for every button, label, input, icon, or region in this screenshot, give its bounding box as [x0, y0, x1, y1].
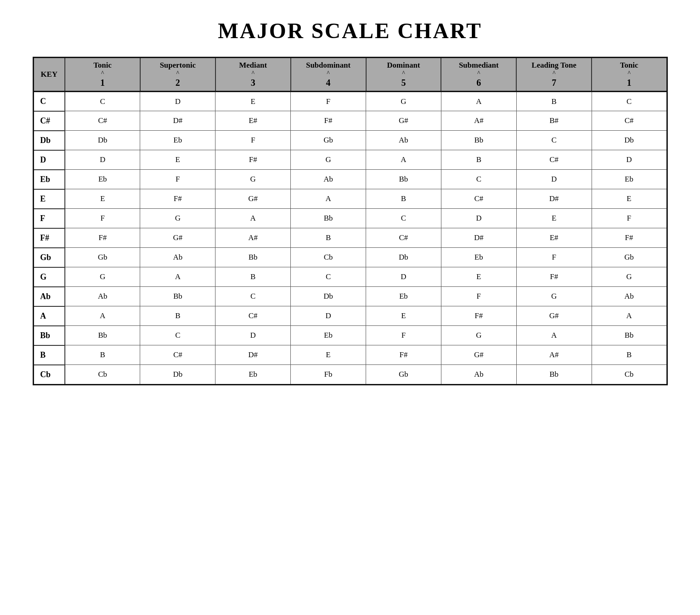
header-number: 3	[218, 78, 289, 88]
note-cell: D#	[140, 111, 215, 131]
note-cell: E	[140, 150, 215, 170]
note-cell: G	[592, 267, 667, 287]
header-caret: ^	[293, 70, 364, 78]
note-cell: Bb	[441, 131, 516, 150]
note-cell: Ab	[441, 365, 516, 385]
note-cell: G#	[140, 228, 215, 248]
note-cell: Db	[65, 131, 140, 150]
column-header-tonic: Tonic ^ 1	[65, 58, 140, 92]
note-cell: Db	[592, 131, 667, 150]
note-cell: F#	[441, 306, 516, 326]
header-caret: ^	[142, 70, 213, 78]
note-cell: Eb	[441, 248, 516, 267]
note-cell: F	[215, 131, 291, 150]
note-cell: A#	[516, 345, 592, 365]
note-cell: F	[441, 287, 516, 306]
table-row: C#C#D#E#F#G#A#B#C#	[33, 111, 667, 131]
note-cell: E	[441, 267, 516, 287]
key-cell-csharp: C#	[33, 111, 65, 131]
note-cell: Gb	[592, 248, 667, 267]
header-label: Subdominant	[293, 61, 364, 70]
note-cell: G	[366, 91, 441, 111]
major-scale-table: KEY Tonic ^ 1 Supertonic ^ 2 Mediant ^ 3…	[33, 57, 668, 385]
note-cell: D	[140, 91, 215, 111]
table-row: AABC#DEF#G#A	[33, 306, 667, 326]
note-cell: B	[215, 267, 291, 287]
note-cell: Bb	[366, 170, 441, 189]
note-cell: C#	[215, 306, 291, 326]
note-cell: A	[441, 91, 516, 111]
note-cell: G	[215, 170, 291, 189]
note-cell: B	[592, 345, 667, 365]
table-row: EEF#G#ABC#D#E	[33, 189, 667, 209]
note-cell: Eb	[215, 365, 291, 385]
header-number: 5	[368, 78, 439, 88]
note-cell: F	[65, 209, 140, 228]
note-cell: F	[140, 170, 215, 189]
header-label: Tonic	[67, 61, 138, 70]
note-cell: Ab	[592, 287, 667, 306]
note-cell: C#	[140, 345, 215, 365]
note-cell: G	[291, 150, 366, 170]
column-header-supertonic: Supertonic ^ 2	[140, 58, 215, 92]
note-cell: E	[516, 209, 592, 228]
note-cell: E	[592, 189, 667, 209]
note-cell: C	[366, 209, 441, 228]
key-cell-f: F	[33, 209, 65, 228]
note-cell: B	[140, 306, 215, 326]
note-cell: B	[366, 189, 441, 209]
note-cell: C	[516, 131, 592, 150]
note-cell: F#	[366, 345, 441, 365]
key-cell-e: E	[33, 189, 65, 209]
header-label: Dominant	[368, 61, 439, 70]
note-cell: E#	[516, 228, 592, 248]
note-cell: F#	[516, 267, 592, 287]
note-cell: C#	[592, 111, 667, 131]
note-cell: A	[291, 189, 366, 209]
column-header-leading_tone: Leading Tone ^ 7	[516, 58, 592, 92]
note-cell: Ab	[140, 248, 215, 267]
header-caret: ^	[519, 70, 589, 78]
note-cell: D	[291, 306, 366, 326]
note-cell: Gb	[291, 131, 366, 150]
key-cell-c: C	[33, 91, 65, 111]
column-header-submediant: Submediant ^ 6	[441, 58, 516, 92]
note-cell: B	[441, 150, 516, 170]
key-cell-aflat: Ab	[33, 287, 65, 306]
note-cell: F#	[592, 228, 667, 248]
note-cell: C	[291, 267, 366, 287]
note-cell: Fb	[291, 365, 366, 385]
header-number: 1	[594, 78, 664, 88]
note-cell: Bb	[592, 326, 667, 345]
note-cell: Db	[140, 365, 215, 385]
note-cell: D	[366, 267, 441, 287]
note-cell: Bb	[140, 287, 215, 306]
table-row: BbBbCDEbFGABb	[33, 326, 667, 345]
note-cell: D#	[441, 228, 516, 248]
note-cell: F	[592, 209, 667, 228]
note-cell: D	[516, 170, 592, 189]
note-cell: Bb	[516, 365, 592, 385]
note-cell: A	[516, 326, 592, 345]
page-title: MAJOR SCALE CHART	[218, 18, 482, 43]
note-cell: C	[215, 287, 291, 306]
note-cell: C	[592, 91, 667, 111]
header-number: 4	[293, 78, 364, 88]
note-cell: Db	[291, 287, 366, 306]
key-cell-a: A	[33, 306, 65, 326]
note-cell: C#	[366, 228, 441, 248]
header-label: Submediant	[443, 61, 514, 70]
note-cell: D	[592, 150, 667, 170]
header-label: Mediant	[218, 61, 289, 70]
note-cell: B	[65, 345, 140, 365]
note-cell: F#	[291, 111, 366, 131]
note-cell: C#	[516, 150, 592, 170]
header-caret: ^	[368, 70, 439, 78]
note-cell: G	[140, 209, 215, 228]
key-cell-dflat: Db	[33, 131, 65, 150]
note-cell: Eb	[291, 326, 366, 345]
note-cell: F#	[65, 228, 140, 248]
note-cell: G	[516, 287, 592, 306]
note-cell: A	[140, 267, 215, 287]
key-cell-flatb: Bb	[33, 326, 65, 345]
